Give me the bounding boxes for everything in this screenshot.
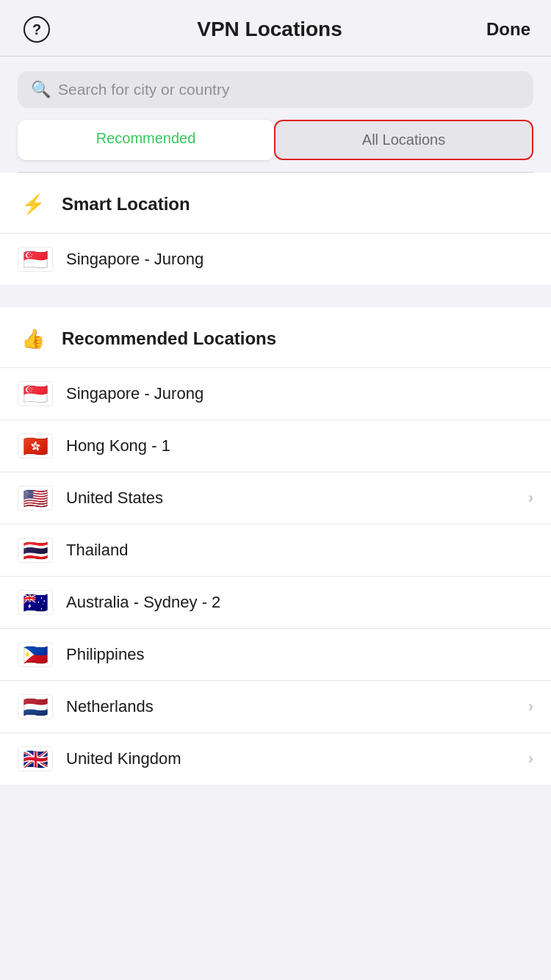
flag-united-kingdom: 🇬🇧 bbox=[18, 746, 53, 771]
location-name: Australia - Sydney - 2 bbox=[66, 593, 533, 612]
flag-singapore: 🇸🇬 bbox=[18, 381, 53, 406]
flag-australia: 🇦🇺 bbox=[18, 590, 53, 615]
recommended-locations-header: 👍 Recommended Locations bbox=[0, 307, 551, 367]
search-icon: 🔍 bbox=[31, 80, 51, 99]
list-item[interactable]: 🇦🇺 Australia - Sydney - 2 bbox=[0, 576, 551, 628]
help-question-mark: ? bbox=[32, 21, 41, 38]
list-item[interactable]: 🇵🇭 Philippines bbox=[0, 628, 551, 680]
search-input[interactable]: Search for city or country bbox=[58, 81, 229, 98]
recommended-locations-section: 👍 Recommended Locations 🇸🇬 Singapore - J… bbox=[0, 307, 551, 785]
list-item[interactable]: 🇬🇧 United Kingdom › bbox=[0, 732, 551, 785]
list-item[interactable]: 🇭🇰 Hong Kong - 1 bbox=[0, 419, 551, 472]
location-name: Thailand bbox=[66, 541, 533, 560]
smart-location-section: ⚡ Smart Location 🇸🇬 Singapore - Jurong bbox=[0, 173, 551, 285]
location-name: Singapore - Jurong bbox=[66, 384, 533, 403]
tab-recommended[interactable]: Recommended bbox=[18, 120, 274, 160]
page-title: VPN Locations bbox=[197, 18, 342, 41]
section-gap-1 bbox=[0, 285, 551, 307]
flag-hong-kong: 🇭🇰 bbox=[18, 433, 53, 458]
list-item[interactable]: 🇳🇱 Netherlands › bbox=[0, 680, 551, 732]
tab-all-locations[interactable]: All Locations bbox=[274, 120, 533, 160]
smart-location-title: Smart Location bbox=[62, 194, 190, 215]
search-container: 🔍 Search for city or country bbox=[0, 57, 551, 120]
flag-thailand: 🇹🇭 bbox=[18, 538, 53, 563]
list-item[interactable]: 🇺🇸 United States › bbox=[0, 472, 551, 524]
chevron-icon: › bbox=[528, 489, 533, 508]
smart-location-row[interactable]: 🇸🇬 Singapore - Jurong bbox=[0, 233, 551, 285]
smart-location-header: ⚡ Smart Location bbox=[0, 173, 551, 233]
done-button[interactable]: Done bbox=[486, 19, 530, 40]
help-button[interactable]: ? bbox=[21, 13, 53, 46]
flag-united-states: 🇺🇸 bbox=[18, 486, 53, 511]
chevron-icon: › bbox=[528, 697, 533, 716]
flag-philippines: 🇵🇭 bbox=[18, 642, 53, 667]
smart-location-name: Singapore - Jurong bbox=[66, 250, 533, 269]
lightning-icon: ⚡ bbox=[18, 189, 48, 220]
header: ? VPN Locations Done bbox=[0, 0, 551, 57]
location-name: Philippines bbox=[66, 645, 533, 664]
list-item[interactable]: 🇸🇬 Singapore - Jurong bbox=[0, 367, 551, 419]
flag-netherlands: 🇳🇱 bbox=[18, 694, 53, 719]
list-item[interactable]: 🇹🇭 Thailand bbox=[0, 524, 551, 576]
search-bar[interactable]: 🔍 Search for city or country bbox=[18, 71, 533, 108]
chevron-icon: › bbox=[528, 749, 533, 768]
location-name: United Kingdom bbox=[66, 749, 515, 768]
recommended-locations-title: Recommended Locations bbox=[62, 328, 276, 349]
flag-singapore-smart: 🇸🇬 bbox=[18, 247, 53, 272]
tabs-container: Recommended All Locations bbox=[0, 120, 551, 172]
location-name: Netherlands bbox=[66, 697, 515, 716]
location-name: Hong Kong - 1 bbox=[66, 436, 533, 455]
help-icon: ? bbox=[24, 16, 50, 43]
location-name: United States bbox=[66, 489, 515, 508]
thumbsup-icon: 👍 bbox=[18, 323, 48, 354]
